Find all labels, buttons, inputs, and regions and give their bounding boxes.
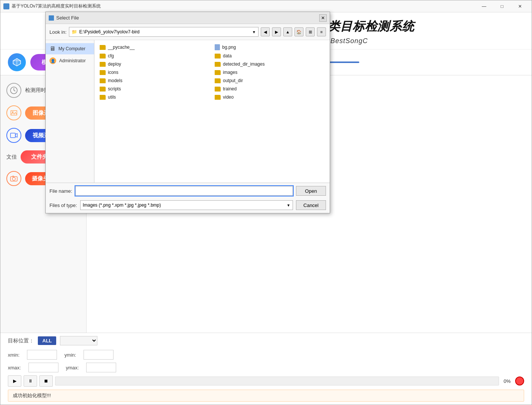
folder-icon [100,78,106,83]
filetype-value: Images (*.png *.xpm *.jpg *.jpeg *.bmp) [83,202,161,208]
folder-icon [215,78,221,83]
xmax-input[interactable] [28,363,58,372]
file-icon [215,44,220,50]
all-button[interactable]: ALL [38,336,56,345]
nav-home-button[interactable]: 🏠 [294,27,303,36]
filename-label: File name: [49,188,72,194]
file-item[interactable]: __pycache__ [97,43,212,51]
look-in-label: Look in: [49,29,67,35]
stop-button[interactable]: ⏹ [39,375,53,387]
title-bar: 基于YOLOv7算法的高精度实时目标检测系统 — □ ✕ [0,0,532,12]
svg-line-12 [14,90,15,91]
progress-percent: 0% [504,378,511,384]
cube-icon-button[interactable] [8,53,26,71]
coord-row-1: xmin: ymin: [8,350,524,360]
filetype-combo[interactable]: Images (*.png *.xpm *.jpg *.jpeg *.bmp) … [80,200,293,210]
file-name: utils [108,94,116,100]
nav-back-button[interactable]: ◀ [261,27,270,36]
file-item[interactable]: video [212,93,327,101]
filetype-label: Files of type: [49,202,77,208]
file-item[interactable]: cfg [97,52,212,60]
folder-icon [100,54,106,58]
status-bar: 成功初始化模型!!! [8,390,524,402]
file-name: icons [108,70,118,75]
computer-icon: 🖥 [49,45,55,52]
app-icon [3,3,9,9]
file-item[interactable]: images [212,69,327,76]
close-button[interactable]: ✕ [511,1,529,12]
filename-row: File name: Open [46,183,330,199]
target-dropdown[interactable] [60,336,97,345]
bottom-area: 目标位置： ALL xmin: ymin: xmax: ymax: ▶ ⏸ [0,333,532,405]
maximize-button[interactable]: □ [493,1,511,12]
file-item[interactable]: icons [97,69,212,76]
folder-icon [215,95,221,100]
file-name: trained [223,86,237,92]
nav-forward-button[interactable]: ▶ [272,27,281,36]
file-name: detected_dir_images [223,62,265,67]
clock-icon [6,83,21,98]
file-name: deploy [108,62,121,67]
folder-icon [100,70,106,75]
dialog-body: 🖥 My Computer 👤 Administrator __pycache_… [46,40,330,183]
file-list-area: __pycache__bg.pngcfgdatadeploydetected_d… [94,40,330,183]
play-button[interactable]: ▶ [8,375,21,387]
video-icon [6,128,21,143]
filename-input[interactable] [75,186,293,196]
nav-grid-view-button[interactable]: ⊞ [306,27,315,36]
window-title: 基于YOLOv7算法的高精度实时目标检测系统 [12,3,475,9]
folder-icon [100,87,106,92]
file-item[interactable]: data [212,52,327,60]
file-name: scripts [108,86,121,92]
xmin-input[interactable] [27,350,57,360]
folder-icon [100,45,106,50]
look-in-combo[interactable]: 📁 E:\Pyside6_yolov7\yolov7-bird ▼ [69,27,259,37]
look-in-row: Look in: 📁 E:\Pyside6_yolov7\yolov7-bird… [46,24,330,40]
minimize-button[interactable]: — [475,1,493,12]
folder-label: 文佳 [6,154,17,160]
dialog-title: Select File [56,15,319,21]
folder-icon [215,87,221,92]
file-item[interactable]: models [97,77,212,84]
sidebar-item-my-computer[interactable]: 🖥 My Computer [46,43,94,54]
open-button[interactable]: Open [296,186,326,196]
sidebar-item-administrator[interactable]: 👤 Administrator [46,55,94,66]
look-in-path: E:\Pyside6_yolov7\yolov7-bird [79,29,253,34]
main-window: 基于YOLOv7算法的高精度实时目标检测系统 — □ ✕ 基于YOLOv7算法的… [0,0,532,405]
camera-icon [6,171,21,186]
file-item[interactable]: trained [212,85,327,93]
coord-row-2: xmax: ymax: [8,363,524,372]
file-item[interactable]: output_dir [212,77,327,84]
svg-rect-15 [10,133,15,138]
file-name: images [223,70,238,75]
file-item[interactable]: bg.png [212,43,327,51]
file-item[interactable]: scripts [97,85,212,93]
ymin-label: ymin: [64,352,76,358]
folder-icon [100,62,106,67]
nav-up-button[interactable]: ▲ [283,27,292,36]
cancel-button[interactable]: Cancel [296,200,326,210]
progress-bar [55,376,499,386]
file-item[interactable]: deploy [97,60,212,68]
pause-button[interactable]: ⏸ [24,375,37,387]
svg-point-18 [12,177,15,180]
record-button[interactable] [515,376,524,386]
nav-list-view-button[interactable]: ≡ [317,27,326,36]
ymax-input[interactable] [86,363,116,372]
file-name: cfg [108,53,114,58]
file-name: output_dir [223,78,243,83]
administrator-label: Administrator [59,58,86,63]
xmin-label: xmin: [8,352,19,358]
target-position-label: 目标位置： [8,338,34,344]
file-item[interactable]: detected_dir_images [212,60,327,68]
file-name: bg.png [222,45,236,50]
dialog-close-button[interactable]: ✕ [319,14,327,22]
xmax-label: xmax: [8,365,21,370]
file-item[interactable]: utils [97,93,212,101]
dialog-title-bar: Select File ✕ [46,12,330,24]
image-icon [6,105,21,120]
file-name: data [223,53,232,58]
folder-icon [215,70,221,75]
ymin-input[interactable] [84,350,114,360]
cube-icon [12,58,21,67]
